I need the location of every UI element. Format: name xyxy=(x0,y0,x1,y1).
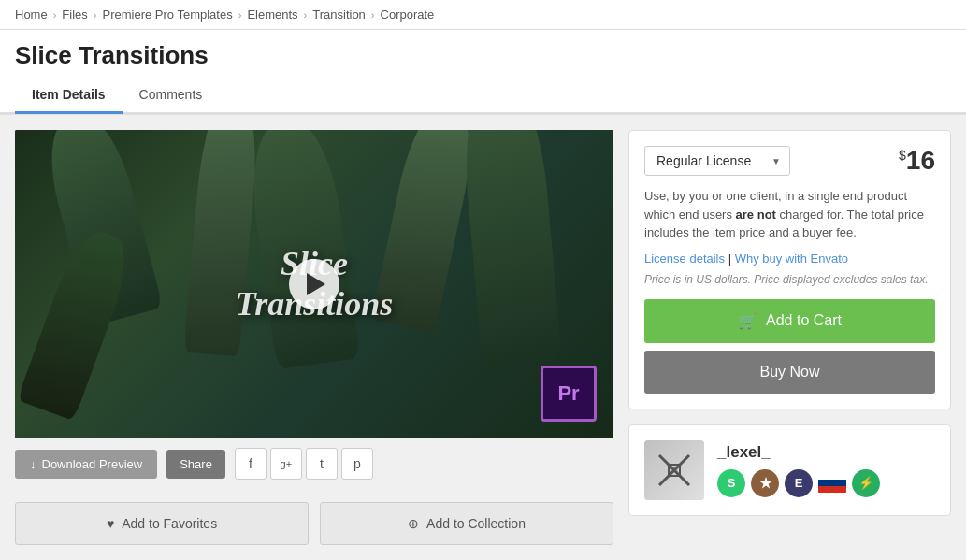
add-to-favorites-button[interactable]: ♥ Add to Favorites xyxy=(15,502,309,545)
breadcrumb-home[interactable]: Home xyxy=(15,7,48,22)
add-to-collection-button[interactable]: ⊕ Add to Collection xyxy=(320,502,613,545)
video-controls-bar: ↓ Download Preview Share f g+ t p xyxy=(15,438,613,489)
folder-icon: ⊕ xyxy=(408,516,419,531)
tab-item-details[interactable]: Item Details xyxy=(15,78,123,114)
share-icons-group: f g+ t p xyxy=(235,448,373,480)
heart-icon: ♥ xyxy=(107,516,114,531)
author-name[interactable]: _lexel_ xyxy=(717,443,880,462)
add-to-cart-button[interactable]: 🛒 Add to Cart xyxy=(644,299,935,343)
tabs-container: Item Details Comments xyxy=(0,78,966,114)
cart-icon: 🛒 xyxy=(738,312,757,330)
bottom-action-buttons: ♥ Add to Favorites ⊕ Add to Collection xyxy=(15,502,613,545)
facebook-icon[interactable]: f xyxy=(235,448,267,480)
twitter-icon[interactable]: t xyxy=(306,448,338,480)
license-row: Regular License Extended License $16 xyxy=(644,146,935,176)
breadcrumb-corporate: Corporate xyxy=(381,7,435,22)
badge-flag-russia xyxy=(818,473,846,494)
buy-now-button[interactable]: Buy Now xyxy=(644,351,935,394)
breadcrumb: Home › Files › Premiere Pro Templates › … xyxy=(0,0,966,30)
premiere-pro-badge: Pr xyxy=(541,366,597,422)
purchase-box: Regular License Extended License $16 Use… xyxy=(628,130,951,409)
badge-star: ★ xyxy=(751,469,779,497)
main-content: Slice Transitions Pr ↓ Download Preview … xyxy=(0,115,966,560)
license-details-link[interactable]: License details xyxy=(644,251,725,266)
right-column: Regular License Extended License $16 Use… xyxy=(628,130,951,545)
video-player[interactable]: Slice Transitions Pr xyxy=(15,130,613,438)
license-description: Use, by you or one client, in a single e… xyxy=(644,187,935,242)
price-display: $16 xyxy=(899,146,935,176)
badge-lightning: ⚡ xyxy=(852,469,880,497)
license-links: License details | Why buy with Envato xyxy=(644,251,935,266)
breadcrumb-elements[interactable]: Elements xyxy=(247,7,297,22)
breadcrumb-sep-3: › xyxy=(238,9,242,21)
pinterest-icon[interactable]: p xyxy=(341,448,373,480)
author-info: _lexel_ S ★ E ⚡ xyxy=(717,443,880,497)
author-avatar[interactable] xyxy=(644,440,704,500)
breadcrumb-sep-5: › xyxy=(371,9,375,21)
breadcrumb-sep-1: › xyxy=(53,9,57,21)
breadcrumb-premiere[interactable]: Premiere Pro Templates xyxy=(102,7,232,22)
breadcrumb-transition[interactable]: Transition xyxy=(312,7,366,22)
avatar-logo-svg xyxy=(652,448,697,493)
author-badges: S ★ E ⚡ xyxy=(717,469,880,497)
download-preview-button[interactable]: ↓ Download Preview xyxy=(15,450,157,479)
why-envato-link[interactable]: Why buy with Envato xyxy=(735,251,848,266)
badge-elite: E xyxy=(785,469,813,497)
breadcrumb-sep-2: › xyxy=(94,9,97,21)
left-column: Slice Transitions Pr ↓ Download Preview … xyxy=(15,130,613,545)
author-box: _lexel_ S ★ E ⚡ xyxy=(628,424,951,516)
tab-comments[interactable]: Comments xyxy=(123,78,220,114)
price-note: Price is in US dollars. Price displayed … xyxy=(644,273,935,286)
breadcrumb-sep-4: › xyxy=(304,9,308,21)
badge-sales: S xyxy=(717,469,745,497)
play-button[interactable] xyxy=(289,259,339,309)
share-button[interactable]: Share xyxy=(166,450,225,479)
page-title: Slice Transitions xyxy=(0,30,966,78)
breadcrumb-files[interactable]: Files xyxy=(62,7,87,22)
download-icon: ↓ xyxy=(30,457,36,471)
leaf-5 xyxy=(458,130,562,367)
license-select-wrapper[interactable]: Regular License Extended License xyxy=(644,146,790,176)
leaf-6 xyxy=(17,224,137,421)
google-plus-icon[interactable]: g+ xyxy=(270,448,302,480)
license-select[interactable]: Regular License Extended License xyxy=(644,146,790,176)
